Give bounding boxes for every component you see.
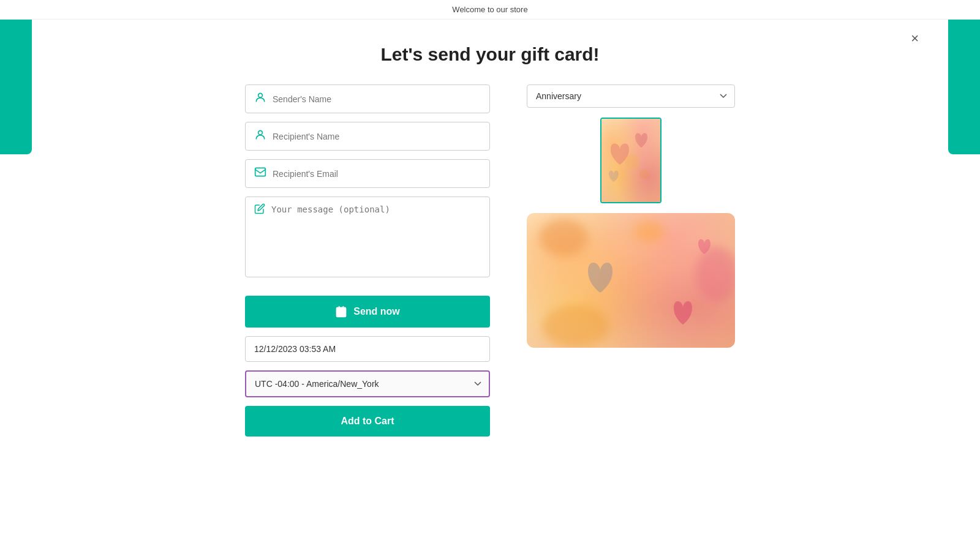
svg-rect-2 xyxy=(255,168,266,176)
store-banner: Welcome to our store xyxy=(0,0,980,20)
modal-overlay: × Let's send your gift card! xyxy=(0,20,980,551)
recipient-name-wrapper xyxy=(245,122,490,151)
datetime-input[interactable] xyxy=(245,336,490,362)
category-select[interactable]: Anniversary Birthday Thank You Congratul… xyxy=(527,84,735,108)
modal-body: Send now UTC -04:00 - America/New_York U… xyxy=(245,84,735,437)
person-icon-2 xyxy=(254,129,266,144)
svg-point-12 xyxy=(634,220,665,242)
svg-point-0 xyxy=(258,93,263,97)
sender-name-input[interactable] xyxy=(273,94,481,104)
svg-point-10 xyxy=(695,247,735,302)
card-preview-decoration xyxy=(527,213,735,348)
message-wrapper xyxy=(245,197,490,277)
form-section: Send now UTC -04:00 - America/New_York U… xyxy=(245,84,490,437)
email-icon xyxy=(254,166,266,181)
svg-rect-3 xyxy=(337,307,346,317)
recipient-email-wrapper xyxy=(245,159,490,188)
add-to-cart-button[interactable]: Add to Cart xyxy=(245,406,490,437)
svg-point-1 xyxy=(258,130,263,135)
person-icon xyxy=(254,91,266,107)
card-section: Anniversary Birthday Thank You Congratul… xyxy=(527,84,735,437)
calendar-icon xyxy=(335,305,347,318)
add-to-cart-label: Add to Cart xyxy=(341,416,394,427)
close-button[interactable]: × xyxy=(911,32,919,45)
pencil-icon xyxy=(254,203,265,217)
send-now-label: Send now xyxy=(353,306,400,317)
modal-content: × Let's send your gift card! xyxy=(208,20,772,461)
svg-point-9 xyxy=(539,219,588,256)
svg-point-7 xyxy=(639,169,649,179)
card-preview[interactable] xyxy=(527,213,735,348)
message-input[interactable] xyxy=(271,203,481,271)
svg-point-8 xyxy=(625,154,639,169)
svg-point-11 xyxy=(542,305,609,348)
sender-name-wrapper xyxy=(245,84,490,113)
side-bar-left xyxy=(0,20,32,154)
send-now-button[interactable]: Send now xyxy=(245,296,490,328)
side-bar-right xyxy=(948,20,980,154)
timezone-select[interactable]: UTC -04:00 - America/New_York UTC -05:00… xyxy=(245,370,490,397)
card-thumbnail[interactable] xyxy=(600,118,662,203)
store-banner-text: Welcome to our store xyxy=(452,5,527,14)
card-thumbnail-bg xyxy=(601,119,660,202)
recipient-name-input[interactable] xyxy=(273,132,481,141)
recipient-email-input[interactable] xyxy=(273,169,481,179)
modal-title: Let's send your gift card! xyxy=(245,44,735,65)
